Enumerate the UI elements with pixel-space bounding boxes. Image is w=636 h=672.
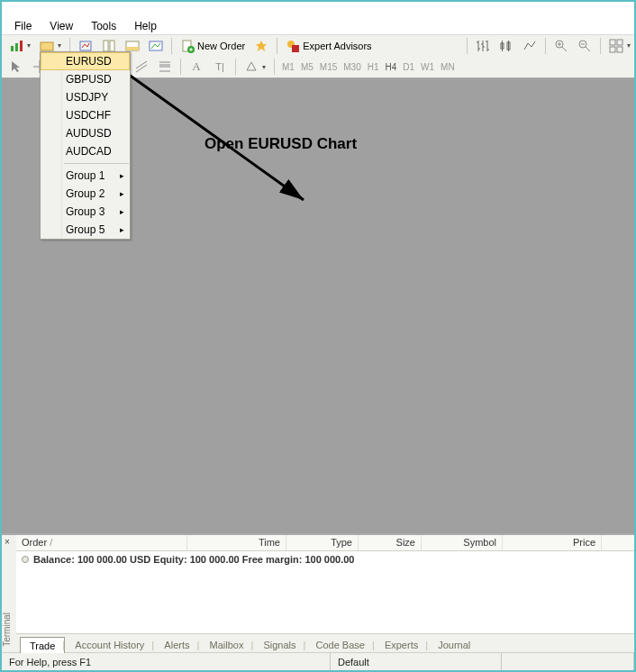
tab-trade[interactable]: Trade xyxy=(20,637,65,653)
chart-candles-button[interactable] xyxy=(495,37,517,55)
col-symbol[interactable]: Symbol xyxy=(422,535,503,550)
chevron-down-icon: ▾ xyxy=(58,41,61,50)
bar-chart-icon xyxy=(9,39,23,53)
svg-rect-1 xyxy=(15,43,18,51)
tile-windows-button[interactable]: ▾ xyxy=(605,37,634,55)
tab-journal[interactable]: Journal xyxy=(428,636,480,652)
svg-rect-2 xyxy=(20,41,23,51)
tf-m30[interactable]: M30 xyxy=(341,60,363,74)
tab-signals[interactable]: Signals xyxy=(253,636,305,652)
tf-h4[interactable]: H4 xyxy=(383,60,400,74)
svg-rect-5 xyxy=(104,41,108,51)
close-icon[interactable]: × xyxy=(5,537,10,547)
new-order-button[interactable]: New Order xyxy=(177,37,249,55)
grid-header: Order / Time Type Size Symbol Price xyxy=(16,535,634,551)
chart-bars-button[interactable] xyxy=(472,37,494,55)
svg-rect-8 xyxy=(126,47,139,50)
new-chart-button[interactable]: ▾ xyxy=(5,37,34,55)
chevron-right-icon: ▸ xyxy=(120,225,124,234)
expert-advisors-label: Expert Advisors xyxy=(303,41,371,51)
terminal-side-label: Terminal xyxy=(2,613,16,647)
menubar: File View Tools Help xyxy=(2,18,634,35)
svg-line-20 xyxy=(562,47,567,51)
menu-file[interactable]: File xyxy=(5,19,41,33)
status-connection xyxy=(502,653,634,670)
col-time[interactable]: Time xyxy=(187,535,286,550)
status-profile[interactable]: Default xyxy=(331,653,502,670)
cursor-icon xyxy=(9,59,23,74)
cursor-button[interactable] xyxy=(5,58,27,76)
svg-rect-3 xyxy=(41,42,53,50)
terminal-grid: Order / Time Type Size Symbol Price Bala… xyxy=(16,535,634,633)
menu-tools[interactable]: Tools xyxy=(82,19,125,33)
tester-icon xyxy=(149,39,163,53)
svg-rect-26 xyxy=(617,47,622,52)
popup-item-gbpusd[interactable]: GBPUSD xyxy=(41,70,130,88)
tab-experts[interactable]: Experts xyxy=(375,636,428,652)
tf-h1[interactable]: H1 xyxy=(365,60,382,74)
popup-item-usdjpy[interactable]: USDJPY xyxy=(41,88,130,106)
popup-group-1[interactable]: Group 1▸ xyxy=(41,167,130,185)
col-price[interactable]: Price xyxy=(503,535,602,550)
candles-icon xyxy=(499,39,513,53)
chevron-down-icon: ▾ xyxy=(627,41,631,50)
chevron-right-icon: ▸ xyxy=(120,189,124,198)
annotation xyxy=(110,60,335,225)
zoom-out-icon xyxy=(577,39,592,53)
status-dot-icon xyxy=(22,556,29,563)
zoom-in-icon xyxy=(554,39,568,53)
popup-item-audusd[interactable]: AUDUSD xyxy=(41,124,130,142)
popup-item-eurusd[interactable]: EURUSD xyxy=(41,52,130,70)
tile-icon xyxy=(609,39,623,53)
popup-item-usdchf[interactable]: USDCHF xyxy=(41,106,130,124)
new-order-icon xyxy=(180,39,195,53)
svg-rect-25 xyxy=(610,47,615,52)
tab-mailbox[interactable]: Mailbox xyxy=(199,636,253,652)
tab-code-base[interactable]: Code Base xyxy=(305,636,374,652)
tab-account-history[interactable]: Account History xyxy=(65,636,154,652)
strategy-tester-button[interactable] xyxy=(145,37,167,55)
new-order-label: New Order xyxy=(197,41,245,51)
svg-rect-6 xyxy=(110,41,114,51)
chevron-right-icon: ▸ xyxy=(120,171,124,180)
svg-rect-14 xyxy=(292,45,299,52)
terminal-panel: × Terminal Order / Time Type Size Symbol… xyxy=(2,533,634,652)
status-bar: For Help, press F1 Default xyxy=(2,652,634,670)
popup-item-audcad[interactable]: AUDCAD xyxy=(41,142,130,160)
balance-row[interactable]: Balance: 100 000.00 USD Equity: 100 000.… xyxy=(16,551,634,568)
tf-mn[interactable]: MN xyxy=(438,60,458,74)
symbol-popup: EURUSD GBPUSD USDJPY USDCHF AUDUSD AUDCA… xyxy=(40,51,131,240)
expert-icon xyxy=(286,39,300,53)
tf-d1[interactable]: D1 xyxy=(400,60,417,74)
app-window: File View Tools Help ▾ ▾ New Order Exper… xyxy=(0,0,636,672)
svg-rect-0 xyxy=(11,46,14,51)
svg-marker-12 xyxy=(256,41,267,51)
line-icon xyxy=(522,39,537,53)
autotrading-button[interactable] xyxy=(250,37,272,55)
tf-w1[interactable]: W1 xyxy=(418,60,437,74)
svg-rect-9 xyxy=(150,41,162,50)
status-help: For Help, press F1 xyxy=(2,653,331,670)
tab-alerts[interactable]: Alerts xyxy=(154,636,199,652)
popup-group-5[interactable]: Group 5▸ xyxy=(41,221,130,239)
titlebar xyxy=(2,2,634,18)
popup-group-3[interactable]: Group 3▸ xyxy=(41,203,130,221)
terminal-tabs: Trade Account History Alerts Mailbox Sig… xyxy=(16,633,634,652)
menu-view[interactable]: View xyxy=(41,19,82,33)
col-type[interactable]: Type xyxy=(286,535,359,550)
svg-line-39 xyxy=(119,68,304,200)
chart-line-button[interactable] xyxy=(519,37,541,55)
popup-group-2[interactable]: Group 2▸ xyxy=(41,185,130,203)
chevron-right-icon: ▸ xyxy=(120,207,124,216)
col-size[interactable]: Size xyxy=(359,535,422,550)
zoom-out-button[interactable] xyxy=(574,37,595,55)
zoom-in-button[interactable] xyxy=(550,37,572,55)
bars-icon xyxy=(476,39,490,53)
col-order[interactable]: Order / xyxy=(16,535,187,550)
svg-rect-4 xyxy=(80,41,91,50)
menu-help[interactable]: Help xyxy=(125,19,166,33)
autotrading-icon xyxy=(254,39,268,53)
svg-rect-23 xyxy=(610,40,615,45)
svg-rect-24 xyxy=(617,40,622,45)
expert-advisors-button[interactable]: Expert Advisors xyxy=(282,37,375,55)
